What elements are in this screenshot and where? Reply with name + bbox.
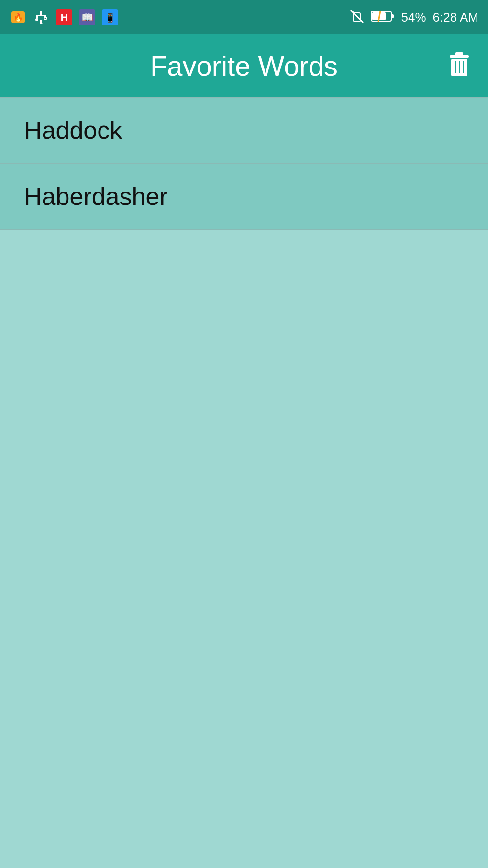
svg-text:H: H	[61, 12, 67, 23]
hulu-icon: H	[55, 9, 73, 26]
svg-rect-26	[455, 61, 456, 73]
svg-text:📱: 📱	[105, 12, 116, 23]
clock: 6:28 AM	[433, 10, 478, 25]
svg-text:🔥: 🔥	[13, 13, 23, 22]
svg-rect-28	[463, 61, 464, 73]
no-sim-icon	[350, 9, 364, 25]
svg-rect-27	[459, 61, 460, 73]
svg-point-7	[35, 18, 38, 21]
battery-percentage: 54%	[401, 10, 426, 25]
app-bar: Favorite Words	[0, 34, 488, 97]
battery-icon	[371, 10, 395, 24]
flame-icon: 🔥	[10, 9, 27, 26]
usb-icon	[33, 9, 50, 26]
svg-rect-24	[455, 52, 463, 56]
page-title: Favorite Words	[43, 50, 445, 82]
status-bar-right-icons: 54% 6:28 AM	[350, 9, 478, 25]
svg-rect-4	[36, 15, 38, 19]
status-bar-left-icons: 🔥 H 📖	[10, 9, 119, 26]
svg-point-8	[44, 17, 47, 20]
book-icon: 📖	[78, 9, 96, 26]
device-icon: 📱	[101, 9, 119, 26]
status-bar: 🔥 H 📖	[0, 0, 488, 34]
svg-rect-20	[391, 14, 394, 18]
svg-line-18	[351, 11, 363, 22]
word-text: Haberdasher	[24, 182, 168, 210]
word-text: Haddock	[24, 116, 122, 144]
word-list: Haddock Haberdasher	[0, 97, 488, 230]
delete-all-button[interactable]	[445, 51, 474, 80]
svg-text:📖: 📖	[81, 11, 93, 23]
trash-icon	[447, 52, 472, 79]
word-item-haberdasher[interactable]: Haberdasher	[0, 164, 488, 230]
word-item-haddock[interactable]: Haddock	[0, 97, 488, 164]
